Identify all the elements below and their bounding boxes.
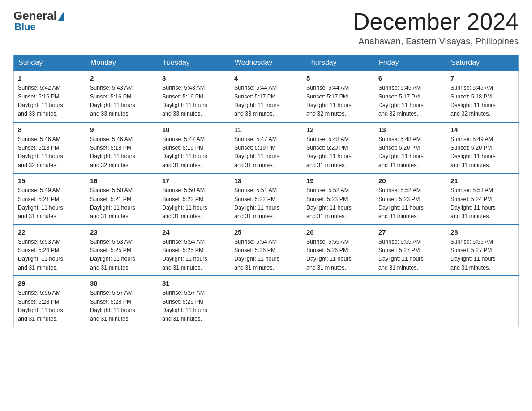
day-number: 19 xyxy=(306,177,370,184)
day-info: Sunrise: 5:53 AMSunset: 5:24 PMDaylight:… xyxy=(450,186,514,221)
calendar-cell: 3Sunrise: 5:43 AMSunset: 5:16 PMDaylight… xyxy=(158,71,230,122)
day-info: Sunrise: 5:53 AMSunset: 5:25 PMDaylight:… xyxy=(90,238,154,273)
day-number: 31 xyxy=(162,279,226,287)
day-number: 21 xyxy=(450,177,514,184)
day-number: 2 xyxy=(90,74,154,82)
day-info: Sunrise: 5:48 AMSunset: 5:20 PMDaylight:… xyxy=(378,135,442,170)
calendar-cell xyxy=(374,276,446,327)
day-info: Sunrise: 5:48 AMSunset: 5:20 PMDaylight:… xyxy=(306,135,370,170)
calendar-table: SundayMondayTuesdayWednesdayThursdayFrid… xyxy=(13,55,519,327)
day-number: 8 xyxy=(18,126,82,133)
calendar-cell xyxy=(230,276,302,327)
calendar-header-friday: Friday xyxy=(374,55,446,71)
calendar-cell: 30Sunrise: 5:57 AMSunset: 5:28 PMDayligh… xyxy=(86,276,158,327)
location-subtitle: Anahawan, Eastern Visayas, Philippines xyxy=(353,36,519,47)
day-number: 17 xyxy=(162,177,226,184)
day-info: Sunrise: 5:49 AMSunset: 5:21 PMDaylight:… xyxy=(18,186,82,221)
day-info: Sunrise: 5:43 AMSunset: 5:16 PMDaylight:… xyxy=(90,84,154,119)
calendar-cell: 27Sunrise: 5:55 AMSunset: 5:27 PMDayligh… xyxy=(374,225,446,276)
day-number: 7 xyxy=(450,74,514,82)
day-number: 12 xyxy=(306,126,370,133)
day-info: Sunrise: 5:56 AMSunset: 5:28 PMDaylight:… xyxy=(18,289,82,324)
day-number: 23 xyxy=(90,228,154,236)
day-number: 4 xyxy=(234,74,298,82)
day-number: 14 xyxy=(450,126,514,133)
day-number: 27 xyxy=(378,228,442,236)
logo-triangle-icon xyxy=(58,11,64,21)
calendar-cell: 14Sunrise: 5:49 AMSunset: 5:20 PMDayligh… xyxy=(446,122,519,174)
calendar-cell: 23Sunrise: 5:53 AMSunset: 5:25 PMDayligh… xyxy=(86,225,158,276)
day-info: Sunrise: 5:42 AMSunset: 5:16 PMDaylight:… xyxy=(18,84,82,119)
calendar-cell xyxy=(302,276,374,327)
day-info: Sunrise: 5:44 AMSunset: 5:17 PMDaylight:… xyxy=(234,84,298,119)
calendar-cell: 4Sunrise: 5:44 AMSunset: 5:17 PMDaylight… xyxy=(230,71,302,122)
day-info: Sunrise: 5:43 AMSunset: 5:16 PMDaylight:… xyxy=(162,84,226,119)
day-number: 25 xyxy=(234,228,298,236)
day-number: 9 xyxy=(90,126,154,133)
day-info: Sunrise: 5:44 AMSunset: 5:17 PMDaylight:… xyxy=(306,84,370,119)
day-info: Sunrise: 5:55 AMSunset: 5:27 PMDaylight:… xyxy=(378,238,442,273)
day-number: 30 xyxy=(90,279,154,287)
calendar-header-thursday: Thursday xyxy=(302,55,374,71)
title-block: December 2024 Anahawan, Eastern Visayas,… xyxy=(353,9,519,47)
calendar-cell: 28Sunrise: 5:56 AMSunset: 5:27 PMDayligh… xyxy=(446,225,519,276)
day-info: Sunrise: 5:50 AMSunset: 5:21 PMDaylight:… xyxy=(90,186,154,221)
day-number: 29 xyxy=(18,279,82,287)
calendar-cell: 9Sunrise: 5:46 AMSunset: 5:18 PMDaylight… xyxy=(86,122,158,174)
day-info: Sunrise: 5:47 AMSunset: 5:19 PMDaylight:… xyxy=(234,135,298,170)
calendar-cell: 26Sunrise: 5:55 AMSunset: 5:26 PMDayligh… xyxy=(302,225,374,276)
calendar-week-row-3: 15Sunrise: 5:49 AMSunset: 5:21 PMDayligh… xyxy=(14,173,519,225)
day-info: Sunrise: 5:49 AMSunset: 5:20 PMDaylight:… xyxy=(450,135,514,170)
day-info: Sunrise: 5:50 AMSunset: 5:22 PMDaylight:… xyxy=(162,186,226,221)
calendar-cell: 13Sunrise: 5:48 AMSunset: 5:20 PMDayligh… xyxy=(374,122,446,174)
day-number: 16 xyxy=(90,177,154,184)
day-number: 10 xyxy=(162,126,226,133)
calendar-cell: 25Sunrise: 5:54 AMSunset: 5:26 PMDayligh… xyxy=(230,225,302,276)
day-info: Sunrise: 5:54 AMSunset: 5:25 PMDaylight:… xyxy=(162,238,226,273)
day-number: 13 xyxy=(378,126,442,133)
day-info: Sunrise: 5:45 AMSunset: 5:18 PMDaylight:… xyxy=(450,84,514,119)
day-number: 1 xyxy=(18,74,82,82)
logo: General Blue xyxy=(13,9,65,33)
month-title: December 2024 xyxy=(353,9,519,34)
calendar-cell: 19Sunrise: 5:52 AMSunset: 5:23 PMDayligh… xyxy=(302,173,374,225)
calendar-header-wednesday: Wednesday xyxy=(230,55,302,71)
day-info: Sunrise: 5:57 AMSunset: 5:29 PMDaylight:… xyxy=(162,289,226,324)
logo-blue-text: Blue xyxy=(14,21,36,33)
calendar-cell: 29Sunrise: 5:56 AMSunset: 5:28 PMDayligh… xyxy=(14,276,86,327)
calendar-header-saturday: Saturday xyxy=(446,55,519,71)
calendar-cell: 15Sunrise: 5:49 AMSunset: 5:21 PMDayligh… xyxy=(14,173,86,225)
day-info: Sunrise: 5:54 AMSunset: 5:26 PMDaylight:… xyxy=(234,238,298,273)
calendar-week-row-2: 8Sunrise: 5:46 AMSunset: 5:18 PMDaylight… xyxy=(14,122,519,174)
calendar-cell: 10Sunrise: 5:47 AMSunset: 5:19 PMDayligh… xyxy=(158,122,230,174)
day-number: 6 xyxy=(378,74,442,82)
day-number: 3 xyxy=(162,74,226,82)
calendar-cell: 22Sunrise: 5:53 AMSunset: 5:24 PMDayligh… xyxy=(14,225,86,276)
day-info: Sunrise: 5:52 AMSunset: 5:23 PMDaylight:… xyxy=(306,186,370,221)
day-info: Sunrise: 5:45 AMSunset: 5:17 PMDaylight:… xyxy=(378,84,442,119)
day-number: 20 xyxy=(378,177,442,184)
calendar-cell: 18Sunrise: 5:51 AMSunset: 5:22 PMDayligh… xyxy=(230,173,302,225)
calendar-header-row: SundayMondayTuesdayWednesdayThursdayFrid… xyxy=(14,55,519,71)
calendar-cell xyxy=(446,276,519,327)
calendar-cell: 31Sunrise: 5:57 AMSunset: 5:29 PMDayligh… xyxy=(158,276,230,327)
calendar-cell: 1Sunrise: 5:42 AMSunset: 5:16 PMDaylight… xyxy=(14,71,86,122)
calendar-header-tuesday: Tuesday xyxy=(158,55,230,71)
day-number: 11 xyxy=(234,126,298,133)
day-info: Sunrise: 5:52 AMSunset: 5:23 PMDaylight:… xyxy=(378,186,442,221)
calendar-cell: 16Sunrise: 5:50 AMSunset: 5:21 PMDayligh… xyxy=(86,173,158,225)
calendar-cell: 2Sunrise: 5:43 AMSunset: 5:16 PMDaylight… xyxy=(86,71,158,122)
day-number: 26 xyxy=(306,228,370,236)
day-number: 24 xyxy=(162,228,226,236)
calendar-cell: 5Sunrise: 5:44 AMSunset: 5:17 PMDaylight… xyxy=(302,71,374,122)
day-number: 22 xyxy=(18,228,82,236)
day-info: Sunrise: 5:46 AMSunset: 5:18 PMDaylight:… xyxy=(18,135,82,170)
calendar-cell: 8Sunrise: 5:46 AMSunset: 5:18 PMDaylight… xyxy=(14,122,86,174)
calendar-cell: 21Sunrise: 5:53 AMSunset: 5:24 PMDayligh… xyxy=(446,173,519,225)
calendar-week-row-5: 29Sunrise: 5:56 AMSunset: 5:28 PMDayligh… xyxy=(14,276,519,327)
day-info: Sunrise: 5:51 AMSunset: 5:22 PMDaylight:… xyxy=(234,186,298,221)
calendar-cell: 24Sunrise: 5:54 AMSunset: 5:25 PMDayligh… xyxy=(158,225,230,276)
day-number: 18 xyxy=(234,177,298,184)
calendar-week-row-4: 22Sunrise: 5:53 AMSunset: 5:24 PMDayligh… xyxy=(14,225,519,276)
day-number: 5 xyxy=(306,74,370,82)
